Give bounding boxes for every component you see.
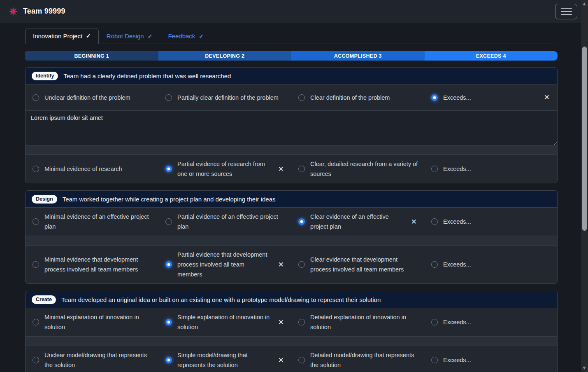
rubric-page: Innovation Project✓Robot Design✓Feedback… (25, 28, 558, 372)
tab-label: Feedback (168, 33, 195, 40)
section-header: CreateTeam developed an original idea or… (26, 291, 557, 308)
option-cell[interactable]: Exceeds... (424, 308, 557, 336)
option-cell[interactable]: Exceeds... (424, 246, 557, 283)
option-radio[interactable] (165, 261, 172, 268)
option-radio[interactable] (33, 166, 39, 172)
option-cell[interactable]: Clear evidence that development process … (291, 246, 424, 283)
tab-robot-design[interactable]: Robot Design✓ (99, 28, 160, 44)
option-label: Clear, detailed research from a variety … (310, 159, 419, 179)
tab-innovation-project[interactable]: Innovation Project✓ (25, 28, 99, 44)
tab-feedback[interactable]: Feedback✓ (160, 28, 211, 44)
option-cell[interactable]: Minimal evidence that development proces… (26, 246, 158, 283)
check-icon: ✓ (86, 33, 91, 39)
option-label: Exceeds... (443, 260, 471, 269)
option-label: Partial evidence of an effective project… (177, 212, 286, 232)
comment-textarea[interactable]: Lorem ipsum dolor sit amet (26, 110, 557, 145)
option-cell[interactable]: Exceeds... (424, 155, 557, 183)
rubric-list: IdentifyTeam had a clearly defined probl… (25, 67, 558, 372)
tab-label: Robot Design (107, 33, 144, 40)
option-radio[interactable] (165, 94, 172, 101)
app-logo-starburst-icon (8, 7, 18, 16)
option-cell[interactable]: Simple model/drawing that represents the… (158, 346, 291, 372)
option-label: Minimal evidence of research (44, 164, 122, 174)
scrollbar-track[interactable] (581, 0, 588, 372)
option-label: Minimal evidence of an effective project… (44, 212, 153, 232)
option-radio[interactable] (298, 357, 305, 363)
rubric-row: Minimal evidence of an effective project… (26, 207, 557, 236)
option-label: Clear definition of the problem (310, 93, 390, 103)
option-cell[interactable]: Exceeds...✕ (424, 84, 557, 110)
navbar: Team 99999 (0, 0, 588, 23)
option-cell[interactable]: Partial evidence that development proces… (158, 246, 291, 283)
option-cell[interactable]: Clear, detailed research from a variety … (291, 155, 424, 183)
scrollbar-up-arrow-icon[interactable] (583, 2, 586, 5)
clear-selection-button[interactable]: ✕ (276, 260, 286, 269)
option-cell[interactable]: Minimal explanation of innovation in sol… (26, 308, 158, 336)
rubric-row: Unclear definition of the problemPartial… (26, 84, 557, 110)
option-cell[interactable]: Detailed explanation of innovation in so… (291, 308, 424, 336)
option-radio[interactable] (298, 94, 305, 101)
rubric-row: Minimal explanation of innovation in sol… (26, 308, 557, 336)
option-label: Detailed explanation of innovation in so… (310, 312, 419, 332)
option-cell[interactable]: Simple explanation of innovation in solu… (158, 308, 291, 336)
clear-selection-button[interactable]: ✕ (276, 356, 286, 365)
option-cell[interactable]: Unclear definition of the problem (26, 84, 158, 110)
section-header: DesignTeam worked together while creatin… (26, 191, 557, 207)
option-cell[interactable]: Clear evidence of an effective project p… (291, 208, 424, 236)
option-cell[interactable]: Partial evidence of research from one or… (158, 155, 291, 183)
option-radio[interactable] (33, 94, 39, 101)
option-label: Minimal explanation of innovation in sol… (44, 312, 153, 332)
option-label: Exceeds... (443, 355, 471, 365)
level-header-4: EXCEEDS 4 (425, 51, 558, 61)
option-cell[interactable]: Unclear model/drawing that represents th… (26, 346, 158, 372)
section-header: IdentifyTeam had a clearly defined probl… (26, 68, 557, 84)
option-radio[interactable] (298, 218, 305, 225)
option-radio[interactable] (165, 357, 172, 363)
option-cell[interactable]: Detailed model/drawing that represents t… (291, 346, 424, 372)
option-cell[interactable]: Minimal evidence of research (26, 155, 158, 183)
spacer-row (26, 336, 557, 346)
option-radio[interactable] (298, 166, 305, 172)
section-title: Team developed an original idea or built… (61, 296, 381, 303)
option-radio[interactable] (33, 319, 39, 325)
option-cell[interactable]: Exceeds... (424, 346, 557, 372)
option-label: Exceeds... (443, 317, 471, 327)
option-cell[interactable]: Partially clear definition of the proble… (158, 84, 291, 110)
option-cell[interactable]: Exceeds... (424, 208, 557, 236)
app-title: Team 99999 (23, 7, 65, 16)
section-badge: Design (32, 195, 57, 204)
option-radio[interactable] (431, 94, 438, 101)
option-radio[interactable] (431, 218, 438, 225)
scrollbar-thumb[interactable] (582, 47, 587, 231)
clear-selection-button[interactable]: ✕ (276, 318, 286, 327)
section-title: Team worked together while creating a pr… (63, 196, 276, 203)
option-radio[interactable] (431, 261, 438, 268)
option-radio[interactable] (431, 319, 438, 325)
option-label: Clear evidence of an effective project p… (310, 212, 403, 232)
option-cell[interactable]: Partial evidence of an effective project… (158, 208, 291, 236)
option-radio[interactable] (33, 218, 39, 225)
levels-bar: BEGINNING 1DEVELOPING 2ACCOMPLISHED 3EXC… (25, 51, 558, 61)
spacer-row (26, 236, 557, 245)
option-radio[interactable] (431, 166, 438, 172)
clear-selection-button[interactable]: ✕ (542, 93, 552, 102)
menu-button[interactable] (555, 4, 577, 19)
option-cell[interactable]: Clear definition of the problem (291, 84, 424, 110)
clear-selection-button[interactable]: ✕ (276, 165, 286, 173)
option-radio[interactable] (33, 261, 39, 268)
option-radio[interactable] (33, 357, 39, 363)
section-badge: Identify (32, 72, 58, 80)
option-radio[interactable] (298, 261, 305, 268)
option-radio[interactable] (431, 357, 438, 363)
clear-selection-button[interactable]: ✕ (409, 218, 419, 226)
option-cell[interactable]: Minimal evidence of an effective project… (26, 208, 158, 236)
section-badge: Create (32, 295, 56, 304)
option-radio[interactable] (165, 319, 172, 325)
scrollbar-down-arrow-icon[interactable] (583, 367, 586, 370)
tab-bar: Innovation Project✓Robot Design✓Feedback… (25, 28, 558, 44)
check-icon: ✓ (148, 33, 153, 40)
option-radio[interactable] (165, 166, 172, 172)
option-radio[interactable] (165, 218, 172, 225)
option-radio[interactable] (298, 319, 305, 325)
rubric-row: Minimal evidence of researchPartial evid… (26, 154, 557, 183)
